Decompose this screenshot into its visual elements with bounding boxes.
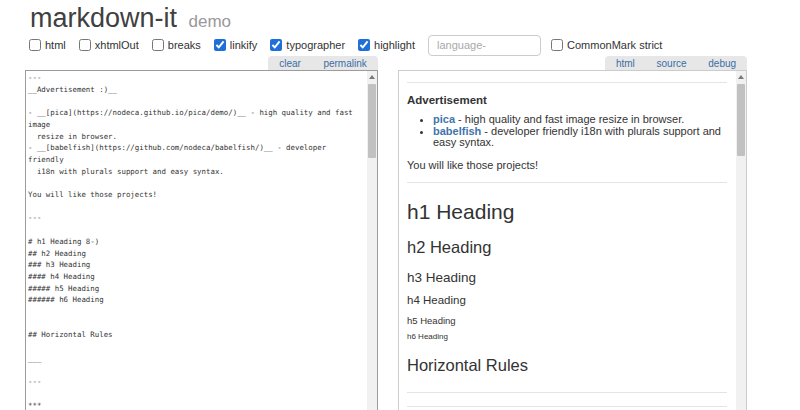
rendered-h3: h3 Heading — [407, 270, 727, 286]
result-tabstrip: html source debug — [398, 56, 747, 70]
option-commonmark-strict[interactable]: CommonMark strict — [551, 39, 662, 51]
linkify-checkbox[interactable] — [214, 39, 226, 51]
option-typographer[interactable]: typographer — [270, 39, 345, 51]
highlight-checkbox-label: highlight — [374, 39, 415, 51]
rendered-h4: h4 Heading — [407, 294, 727, 308]
rendered-hr — [407, 406, 727, 407]
commonmark-strict-label: CommonMark strict — [567, 39, 662, 51]
horizontal-rules-stack — [407, 392, 727, 410]
option-highlight[interactable]: highlight — [358, 39, 415, 51]
options-toolbar: html xhtmlOut breaks linkify typographer… — [29, 35, 675, 55]
highlight-checkbox[interactable] — [358, 39, 370, 51]
editor-tabstrip: clear permalink — [25, 56, 378, 70]
breaks-checkbox-label: breaks — [168, 39, 201, 51]
rendered-hr — [407, 182, 727, 183]
app-title: markdown-it — [30, 3, 177, 33]
babelfish-link[interactable]: babelfish — [433, 125, 481, 137]
typographer-checkbox[interactable] — [270, 39, 282, 51]
clear-link[interactable]: clear — [279, 58, 301, 69]
permalink-link[interactable]: permalink — [323, 58, 366, 69]
rendered-hr — [407, 82, 727, 83]
projects-paragraph: You will like those projects! — [407, 159, 727, 171]
rendered-h6: h6 Heading — [407, 332, 727, 342]
html-checkbox-label: html — [45, 39, 66, 51]
result-scrollbar[interactable] — [736, 71, 746, 410]
scroll-up-arrow-icon[interactable] — [736, 71, 746, 83]
xhtmlout-checkbox-label: xhtmlOut — [95, 39, 139, 51]
app-subtitle: demo — [189, 12, 232, 31]
language-prefix-input[interactable] — [428, 35, 541, 56]
rendered-h2: h2 Heading — [407, 238, 727, 258]
option-html[interactable]: html — [29, 39, 66, 51]
editor-actions-bar: clear permalink — [268, 56, 378, 70]
linkify-checkbox-label: linkify — [230, 39, 258, 51]
pica-link[interactable]: pica — [433, 113, 455, 125]
tab-debug[interactable]: debug — [708, 58, 736, 69]
html-checkbox[interactable] — [29, 39, 41, 51]
rendered-html: Advertisement pica - high quality and fa… — [399, 71, 735, 410]
option-linkify[interactable]: linkify — [214, 39, 258, 51]
scroll-up-arrow-icon[interactable] — [367, 71, 377, 83]
result-tabs-bar: html source debug — [605, 56, 747, 70]
horizontal-rules-heading: Horizontal Rules — [407, 356, 727, 376]
rendered-result-panel: Advertisement pica - high quality and fa… — [398, 70, 747, 410]
editor-scrollbar[interactable] — [367, 71, 377, 410]
result-scrollbar-thumb[interactable] — [737, 84, 745, 156]
advertisement-heading: Advertisement — [407, 94, 727, 106]
editor-scrollbar-thumb[interactable] — [368, 84, 376, 158]
rendered-h1: h1 Heading — [407, 199, 727, 224]
list-item: babelfish - developer friendly i18n with… — [433, 126, 727, 149]
list-item-text: - high quality and fast image resize in … — [455, 113, 684, 125]
source-editor-panel: --- __Advertisement :)__ - __[pica](http… — [25, 70, 378, 410]
breaks-checkbox[interactable] — [152, 39, 164, 51]
option-breaks[interactable]: breaks — [152, 39, 201, 51]
rendered-h5: h5 Heading — [407, 315, 727, 326]
tab-source[interactable]: source — [657, 58, 687, 69]
editor-column: clear permalink --- __Advertisement :)__… — [25, 56, 378, 410]
commonmark-strict-checkbox[interactable] — [551, 39, 563, 51]
typographer-checkbox-label: typographer — [286, 39, 345, 51]
markdown-source-textarea[interactable]: --- __Advertisement :)__ - __[pica](http… — [26, 71, 377, 410]
rendered-hr — [407, 392, 727, 393]
result-column: html source debug Advertisement pica - h… — [398, 56, 747, 410]
option-xhtmlout[interactable]: xhtmlOut — [79, 39, 139, 51]
tab-html[interactable]: html — [616, 58, 635, 69]
xhtmlout-checkbox[interactable] — [79, 39, 91, 51]
advertisement-list: pica - high quality and fast image resiz… — [407, 114, 727, 149]
page-header: markdown-it demo — [30, 3, 231, 34]
